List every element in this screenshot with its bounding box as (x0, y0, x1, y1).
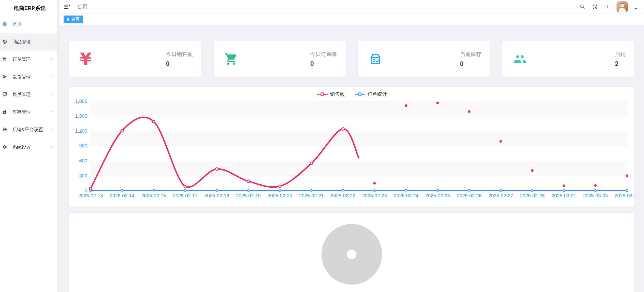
svg-text:2025-02-13: 2025-02-13 (78, 193, 103, 198)
lock-icon (2, 109, 7, 114)
sales-orders-line-chart: 03006009001,2001,5001,8002025-02-132025-… (69, 99, 634, 207)
svg-text:2025-02-22: 2025-02-22 (331, 193, 355, 198)
legend-item-sales[interactable]: 销售额 (317, 91, 345, 98)
sidebar-item-shop-platform-settings[interactable]: 店铺&平台设置 (0, 121, 60, 138)
svg-text:2025-02-20: 2025-02-20 (268, 193, 292, 198)
app-title: 电商ERP系统 (0, 0, 60, 15)
svg-text:300: 300 (79, 173, 87, 178)
stat-card-label: 今日订单量 (310, 51, 337, 58)
svg-text:2025-02-27: 2025-02-27 (488, 193, 513, 198)
cart-icon (224, 52, 238, 66)
tab-home[interactable]: 首页 (64, 16, 83, 23)
monitor-icon (2, 92, 7, 97)
svg-text:2025-02-28: 2025-02-28 (520, 193, 545, 198)
pie-chart-hole (347, 249, 357, 259)
gear-icon (2, 145, 7, 149)
sidebar-scrollbar[interactable] (57, 0, 60, 292)
svg-text:1,800: 1,800 (75, 99, 87, 104)
svg-text:2025-02-17: 2025-02-17 (173, 193, 198, 198)
svg-text:1,200: 1,200 (75, 128, 87, 134)
svg-text:2025-02-25: 2025-02-25 (425, 193, 450, 198)
svg-text:2025-02-19: 2025-02-19 (236, 193, 261, 198)
globe-icon (2, 39, 7, 44)
chevron-down-icon (50, 145, 53, 149)
sidebar: 电商ERP系统 首页 商品管理 订单管理 发货管理 售后管理 库存管理 店铺&平… (0, 0, 60, 292)
sidebar-item-inventory[interactable]: 库存管理 (0, 103, 60, 121)
stat-card-shops: 店铺 2 (502, 41, 635, 77)
topbar-actions: TT (580, 1, 637, 12)
sidebar-item-aftersales[interactable]: 售后管理 (0, 86, 60, 103)
svg-text:2025-02-21: 2025-02-21 (299, 193, 324, 198)
sales-orders-chart-panel: 销售额订单统计 03006009001,2001,5001,8002025-02… (69, 87, 634, 207)
stat-card-value: 2 (615, 60, 626, 67)
avatar[interactable] (617, 1, 628, 12)
stat-card-value: 0 (310, 60, 337, 67)
svg-text:T: T (604, 5, 606, 9)
svg-text:900: 900 (79, 143, 87, 148)
svg-text:2025-03-01: 2025-03-01 (551, 193, 576, 198)
box-icon (369, 52, 382, 66)
legend-item-orders[interactable]: 订单统计 (354, 91, 387, 98)
svg-text:2025-02-18: 2025-02-18 (204, 193, 229, 198)
svg-text:2025-02-14: 2025-02-14 (110, 193, 134, 198)
cart-icon (2, 57, 7, 62)
svg-text:2025-03-03: 2025-03-03 (583, 193, 608, 198)
topbar: 首页 TT (60, 0, 644, 14)
stat-card-label: 今日销售额 (166, 51, 193, 58)
stat-cards-row: ¥ 今日销售额 0 今日订单量 0 当前库存 0 店铺 2 (69, 41, 634, 77)
svg-text:600: 600 (79, 158, 87, 163)
pie-chart-area (69, 213, 634, 292)
fullscreen-icon[interactable] (592, 4, 598, 10)
sidebar-menu: 首页 商品管理 订单管理 发货管理 售后管理 库存管理 店铺&平台设置 系统设置 (0, 15, 60, 156)
breadcrumb[interactable]: 首页 (77, 3, 87, 10)
stat-card-today-orders: 今日订单量 0 (214, 41, 346, 77)
sidebar-item-shipping[interactable]: 发货管理 (0, 68, 60, 86)
font-size-icon[interactable]: TT (604, 4, 610, 10)
chevron-down-icon (50, 128, 53, 131)
main-area: 首页 TT 首页 ¥ 今日销售额 0 今日订单量 0 (60, 0, 644, 292)
app-root: 电商ERP系统 首页 商品管理 订单管理 发货管理 售后管理 库存管理 店铺&平… (0, 0, 644, 292)
stat-card-value: 0 (460, 60, 481, 67)
tab-active-dot (67, 18, 69, 21)
chevron-down-icon (50, 110, 53, 114)
pie-chart-panel (69, 213, 634, 292)
chevron-down-icon (50, 92, 53, 96)
svg-text:0: 0 (84, 188, 87, 193)
sidebar-item-products[interactable]: 商品管理 (0, 33, 60, 50)
tab-label: 首页 (71, 17, 80, 22)
yen-icon: ¥ (80, 51, 92, 67)
legend-marker (354, 92, 365, 96)
sidebar-item-home[interactable]: 首页 (0, 15, 60, 33)
svg-text:1,500: 1,500 (75, 113, 87, 119)
send-icon (2, 74, 7, 79)
stat-card-label: 当前库存 (460, 51, 481, 58)
svg-text:2025-02-24: 2025-02-24 (394, 193, 418, 198)
stat-card-value: 0 (166, 60, 193, 67)
page-content: ¥ 今日销售额 0 今日订单量 0 当前库存 0 店铺 2 销售额订单统计 03… (60, 25, 644, 292)
svg-text:2025-02-23: 2025-02-23 (362, 193, 387, 198)
chart-legend: 销售额订单统计 (69, 87, 634, 99)
stat-card-current-stock: 当前库存 0 (358, 41, 490, 77)
collapse-sidebar-icon[interactable] (64, 4, 70, 10)
stat-card-label: 店铺 (615, 51, 626, 58)
tab-bar: 首页 (60, 14, 644, 25)
legend-marker (317, 92, 328, 96)
users-icon (513, 52, 527, 66)
search-icon[interactable] (580, 4, 586, 10)
sidebar-item-orders[interactable]: 订单管理 (0, 50, 60, 68)
pie-chart-placeholder (321, 224, 382, 285)
svg-text:2025-03-04: 2025-03-04 (614, 193, 634, 198)
chevron-down-icon (50, 57, 53, 61)
svg-text:2025-02-15: 2025-02-15 (141, 193, 166, 198)
stat-card-today-sales: ¥ 今日销售额 0 (69, 41, 201, 77)
dashboard-icon (2, 22, 7, 26)
caret-down-icon[interactable] (634, 8, 637, 10)
svg-text:2025-02-26: 2025-02-26 (457, 193, 481, 198)
chevron-down-icon (50, 75, 53, 79)
printer-icon (2, 127, 7, 132)
sidebar-item-system-settings[interactable]: 系统设置 (0, 138, 60, 156)
svg-text:T: T (606, 4, 609, 9)
chevron-down-icon (50, 40, 53, 44)
